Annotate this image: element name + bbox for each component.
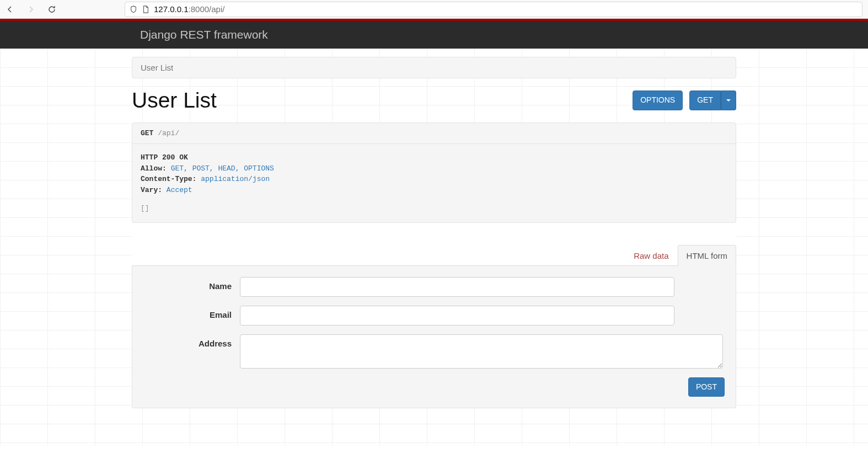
- reload-icon[interactable]: [47, 5, 56, 14]
- tabs: Raw data HTML form: [132, 245, 736, 266]
- form-row-name: Name: [143, 277, 725, 297]
- form-actions: POST: [143, 377, 725, 397]
- header-key: Vary:: [141, 186, 162, 194]
- response-box: HTTP 200 OK Allow: GET, POST, HEAD, OPTI…: [132, 144, 736, 223]
- breadcrumb-item[interactable]: User List: [141, 63, 173, 72]
- response-status: HTTP 200 OK: [141, 153, 188, 162]
- form-row-email: Email: [143, 306, 725, 326]
- url-path: /api/: [209, 4, 224, 14]
- header-key: Allow:: [141, 164, 167, 173]
- back-icon[interactable]: [6, 5, 14, 14]
- chevron-down-icon: [726, 99, 731, 102]
- header-bar: Django REST framework: [0, 21, 868, 49]
- form-panel: Name Email Address POST: [132, 266, 736, 409]
- page-title: User List: [132, 88, 217, 113]
- header-val: GET, POST, HEAD, OPTIONS: [171, 164, 274, 173]
- get-button-group: GET: [689, 90, 736, 110]
- tab-html-form[interactable]: HTML form: [678, 245, 736, 266]
- get-dropdown-toggle[interactable]: [721, 90, 736, 110]
- email-label: Email: [143, 306, 240, 319]
- get-button[interactable]: GET: [689, 90, 721, 110]
- address-label: Address: [143, 334, 240, 348]
- header-val: Accept: [167, 186, 192, 194]
- browser-toolbar: 127.0.0.1:8000/api/: [0, 0, 868, 19]
- url-port: :8000: [189, 4, 210, 14]
- brand[interactable]: Django REST framework: [140, 28, 268, 41]
- content-area: User List User List OPTIONS GET GET /api…: [0, 49, 868, 446]
- url-bar[interactable]: 127.0.0.1:8000/api/: [125, 2, 862, 17]
- address-field[interactable]: [240, 334, 723, 369]
- options-button[interactable]: OPTIONS: [633, 90, 683, 110]
- forward-icon[interactable]: [26, 5, 35, 14]
- tab-raw-data[interactable]: Raw data: [625, 245, 677, 266]
- form-row-address: Address: [143, 334, 725, 369]
- breadcrumb: User List: [132, 57, 736, 78]
- shield-icon: [130, 6, 137, 13]
- request-method: GET: [141, 129, 153, 137]
- response-body: []: [141, 203, 727, 214]
- url-host: 127.0.0.1: [154, 4, 189, 14]
- action-buttons: OPTIONS GET: [633, 90, 736, 110]
- header-val: application/json: [201, 175, 270, 183]
- header-key: Content-Type:: [141, 175, 196, 183]
- url-text: 127.0.0.1:8000/api/: [154, 4, 224, 14]
- name-field[interactable]: [240, 277, 674, 297]
- name-label: Name: [143, 277, 240, 291]
- email-field[interactable]: [240, 306, 674, 326]
- page-icon: [142, 6, 149, 13]
- post-button[interactable]: POST: [688, 377, 725, 397]
- request-bar: GET /api/: [132, 122, 736, 144]
- nav-icons: [6, 5, 56, 14]
- request-path: /api/: [158, 129, 179, 137]
